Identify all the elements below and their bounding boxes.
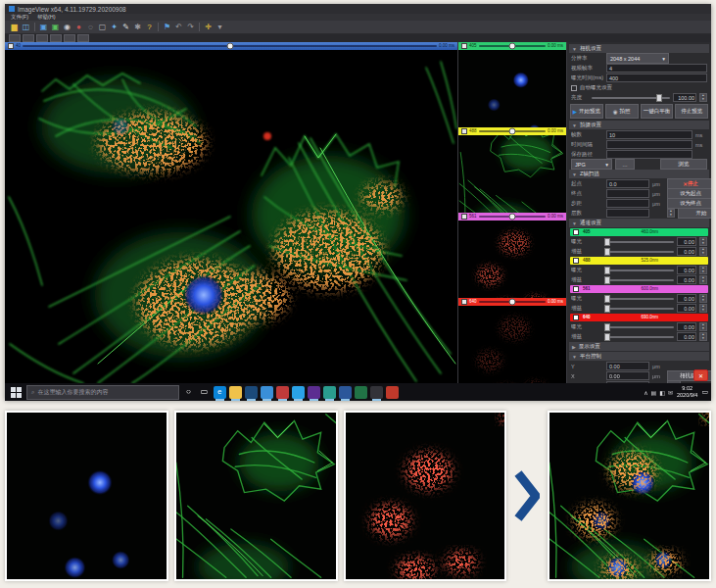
view-tab-view-5[interactable] bbox=[64, 34, 75, 42]
slider-handle[interactable] bbox=[604, 267, 610, 274]
slider-handle[interactable] bbox=[604, 295, 610, 303]
code-icon[interactable] bbox=[292, 386, 305, 399]
channel-bar-488[interactable]: 488525.0nm bbox=[570, 257, 708, 265]
panel-button[interactable]: 一键白平衡 bbox=[641, 104, 674, 119]
thumbnail-image[interactable] bbox=[458, 135, 566, 213]
store-icon[interactable] bbox=[245, 386, 258, 399]
cortana-icon[interactable]: ○ bbox=[182, 386, 195, 399]
excel-icon[interactable] bbox=[355, 386, 367, 399]
spinner[interactable]: ▴▾ bbox=[699, 275, 707, 284]
spinner[interactable]: ▴▾ bbox=[699, 294, 707, 303]
section-stage[interactable]: ▼ 平台控制 bbox=[569, 352, 709, 361]
row-input[interactable] bbox=[606, 199, 649, 208]
spinner[interactable]: ▴▾ bbox=[667, 209, 675, 218]
spinner[interactable]: ▴▾ bbox=[699, 266, 707, 274]
close-button[interactable]: ✕ bbox=[693, 369, 708, 381]
section-display-collapsed[interactable]: ▶ 显示设置 bbox=[569, 342, 709, 351]
channel-slider[interactable] bbox=[606, 298, 674, 300]
camera-button[interactable]: ◉拍照 bbox=[605, 104, 639, 119]
view-tab-view-2[interactable] bbox=[23, 34, 34, 42]
title-bar[interactable]: ImageView x64, 4.11.19729.20200908 bbox=[5, 4, 711, 14]
open-folder-icon[interactable]: ▆ bbox=[9, 22, 20, 32]
visual-studio-icon[interactable] bbox=[308, 386, 320, 399]
image-blue-icon[interactable]: ▣ bbox=[38, 22, 49, 32]
channel-slider[interactable] bbox=[606, 270, 674, 271]
start-button[interactable] bbox=[8, 384, 24, 400]
view-tab-view-6[interactable] bbox=[77, 34, 89, 42]
edge-icon[interactable]: e bbox=[214, 386, 226, 399]
crop-icon[interactable]: ▢ bbox=[97, 22, 108, 32]
slider-track[interactable] bbox=[23, 45, 437, 47]
channel-checkbox[interactable] bbox=[8, 43, 14, 49]
axis-input[interactable]: 0.00 bbox=[606, 362, 649, 370]
zoom-icon[interactable]: ◌ bbox=[85, 22, 96, 32]
save-icon[interactable]: ◫ bbox=[21, 22, 31, 32]
task-view-icon[interactable]: ▭ bbox=[198, 386, 211, 399]
channel-checkbox[interactable] bbox=[573, 258, 579, 264]
row-input[interactable] bbox=[606, 209, 649, 218]
thumbnail-exposure-slider[interactable]: 5610.00 ms bbox=[458, 213, 566, 220]
channel-slider[interactable] bbox=[606, 326, 674, 328]
slider-handle[interactable] bbox=[604, 276, 610, 284]
pen-icon[interactable]: ✎ bbox=[120, 22, 131, 32]
axis-input[interactable]: 0.00 bbox=[606, 371, 649, 380]
taskbar-search[interactable]: ⌕ 在这里输入你要搜索的内容 bbox=[26, 385, 179, 400]
resolution-dropdown[interactable]: 2048 x 2044 ▾ bbox=[606, 53, 669, 64]
channel-bar-561[interactable]: 561600.0nm bbox=[570, 285, 708, 293]
mail-icon[interactable] bbox=[261, 386, 273, 399]
menu-item-0[interactable]: 文件(F) bbox=[11, 14, 28, 21]
channel-checkbox[interactable] bbox=[573, 286, 579, 292]
photos-icon[interactable] bbox=[323, 386, 336, 399]
menu-item-1[interactable]: 帮助(H) bbox=[37, 14, 56, 21]
help-icon[interactable]: ? bbox=[144, 22, 155, 32]
slider-handle[interactable] bbox=[508, 43, 515, 50]
brightness-slider[interactable] bbox=[592, 97, 670, 99]
view-tab-view-3[interactable] bbox=[36, 34, 48, 42]
channel-slider[interactable] bbox=[606, 336, 674, 338]
spinner[interactable]: ▴▾ bbox=[699, 304, 707, 313]
play-button[interactable]: ▶开始预览 bbox=[570, 104, 603, 119]
row-input[interactable]: 0.0 bbox=[606, 179, 649, 188]
panel-button[interactable]: 停止预览 bbox=[675, 104, 708, 119]
channel-checkbox[interactable] bbox=[461, 128, 467, 134]
browser-icon[interactable] bbox=[386, 386, 399, 399]
channel-slider[interactable] bbox=[606, 241, 674, 243]
slider-handle[interactable] bbox=[604, 323, 610, 331]
clock[interactable]: 9:02 2020/9/4 bbox=[677, 385, 697, 398]
spinner[interactable]: ▴▾ bbox=[699, 322, 707, 331]
main-image-canvas[interactable] bbox=[5, 50, 457, 383]
thumbnail-exposure-slider[interactable]: 6400.00 ms bbox=[458, 298, 566, 306]
terminal-icon[interactable] bbox=[370, 386, 383, 399]
section-channels[interactable]: ▼ 通道设置 bbox=[569, 219, 709, 227]
slider-track[interactable] bbox=[479, 216, 546, 218]
slider-track[interactable] bbox=[479, 301, 546, 303]
channel-checkbox[interactable] bbox=[461, 43, 467, 49]
channel-checkbox[interactable] bbox=[461, 214, 467, 220]
channel-slider[interactable] bbox=[606, 308, 674, 310]
slider-track[interactable] bbox=[479, 130, 546, 132]
snapshot-icon[interactable]: ◉ bbox=[62, 22, 72, 32]
paint-icon[interactable] bbox=[276, 386, 289, 399]
section-zstack[interactable]: ▼ Z轴扫描 bbox=[569, 170, 709, 178]
row-input[interactable]: 10 bbox=[606, 130, 692, 139]
thumbnail-exposure-slider[interactable]: 4880.00 ms bbox=[458, 127, 566, 135]
word-icon[interactable] bbox=[339, 386, 352, 399]
redo-icon[interactable]: ↷ bbox=[185, 22, 196, 32]
notification-icon[interactable]: ▭ bbox=[701, 388, 708, 396]
browse-button[interactable]: 浏览 bbox=[660, 159, 707, 170]
channel-bar-640[interactable]: 640690.0nm bbox=[570, 314, 708, 321]
slider-handle[interactable] bbox=[604, 305, 610, 313]
tray-icon-3[interactable]: ✉ bbox=[668, 389, 673, 396]
row-input[interactable] bbox=[606, 189, 649, 198]
tray-icon-0[interactable]: ∧ bbox=[644, 389, 647, 396]
auto-exposure-checkbox[interactable] bbox=[571, 85, 577, 91]
channel-slider[interactable] bbox=[606, 279, 674, 281]
channel-slider[interactable] bbox=[606, 251, 674, 253]
tray-icon-2[interactable]: ◧ bbox=[659, 389, 665, 396]
framerate-input[interactable]: 4 bbox=[606, 64, 707, 73]
record-icon[interactable]: ● bbox=[73, 22, 84, 32]
slider-handle[interactable] bbox=[604, 248, 610, 256]
axis-input[interactable]: 0.00 bbox=[606, 381, 649, 383]
channel-checkbox[interactable] bbox=[573, 229, 579, 235]
slider-handle[interactable] bbox=[656, 94, 662, 102]
